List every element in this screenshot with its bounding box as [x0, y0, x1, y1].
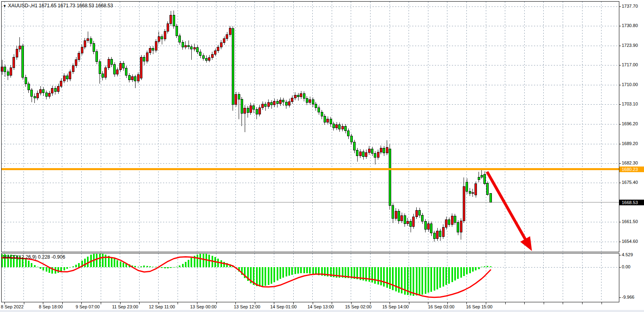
hline-price-badge: 1680.23	[619, 167, 644, 172]
price-axis-label: 1696.20	[622, 121, 638, 126]
symbol-title: ▼XAUUSD-,H1 1671.65 1671.73 1668.53 1668…	[3, 3, 113, 8]
price-axis-label: 1730.80	[622, 23, 638, 28]
candles-layer	[1, 11, 492, 242]
time-axis-label: 13 Sep 00:00	[190, 304, 216, 309]
time-axis-label: 16 Sep 15:00	[466, 304, 492, 309]
macd-readout: 0.228 -0.906	[38, 254, 65, 260]
time-axis-label: 11 Sep 23:00	[112, 304, 138, 309]
symbol-dropdown-icon[interactable]: ▼	[3, 4, 6, 8]
price-axis-label: 1682.30	[622, 160, 638, 165]
mt4-chart-window: ▼XAUUSD-,H1 1671.65 1671.73 1668.53 1668…	[0, 0, 644, 312]
time-axis-label: 14 Sep 13:00	[307, 304, 334, 309]
window-footer-strip	[0, 310, 644, 312]
macd-indicator-label: MACD(12,26,9) 0.228 -0.906	[3, 254, 65, 260]
time-axis-label: 8 Sep 2022	[1, 304, 23, 309]
time-axis-label: 12 Sep 11:00	[149, 304, 175, 309]
macd-axis-label: 4.529	[622, 252, 633, 257]
macd-name: MACD(12,26,9)	[3, 254, 36, 260]
trend-arrow-shaft[interactable]	[487, 172, 528, 244]
price-axis-label: 1710.00	[622, 82, 638, 87]
current-price-badge: 1668.53	[619, 200, 644, 205]
time-axis-label: 14 Sep 01:00	[270, 304, 297, 309]
macd-axis-label: -9.966	[622, 295, 634, 299]
price-axis-label: 1654.60	[622, 239, 638, 244]
time-axis-label: 9 Sep 07:00	[76, 304, 100, 309]
price-axis-label: 1717.00	[622, 62, 638, 67]
macd-axis-label: 0.00	[622, 264, 630, 269]
macd-layer	[1, 254, 491, 297]
time-axis-label: 13 Sep 12:00	[234, 304, 260, 309]
symbol-name: XAUUSD-,H1	[8, 3, 38, 8]
time-axis-label: 15 Sep 02:00	[345, 304, 371, 309]
price-axis-label: 1689.20	[622, 141, 638, 146]
time-axis-label: 16 Sep 03:00	[428, 304, 454, 309]
price-axis-label: 1661.50	[622, 219, 638, 224]
price-axis-label: 1703.10	[622, 101, 638, 106]
chart-canvas[interactable]	[0, 0, 644, 312]
price-axis-label: 1675.40	[622, 180, 638, 185]
price-axis-label: 1723.90	[622, 43, 638, 48]
price-axis-label: 1737.70	[622, 4, 638, 8]
time-axis-label: 8 Sep 18:00	[39, 304, 63, 309]
ohlc-readout: 1671.65 1671.73 1668.53 1668.53	[39, 3, 113, 8]
main-panel-border	[2, 2, 619, 252]
time-axis-label: 15 Sep 14:00	[382, 304, 409, 309]
